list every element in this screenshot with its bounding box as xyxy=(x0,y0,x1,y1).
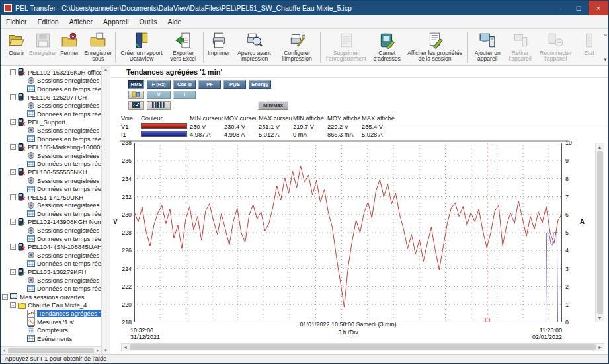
tree-item-realtime[interactable]: Données en temps réel xyxy=(1,160,101,168)
tree-device-PEL105-Marketing-160002NG[interactable]: -×PEL105-Marketing-160002NG xyxy=(1,143,101,151)
tree-item-sessions[interactable]: Sessions enregistrées xyxy=(1,201,101,210)
tree-item-label: Sessions enregistrées xyxy=(37,152,99,159)
toolbar-button-address-book[interactable]: Carnet d'adresses xyxy=(370,30,404,64)
scroll-up-icon[interactable]: ▲ xyxy=(598,145,602,149)
tree-item-realtime[interactable]: Données en temps réel xyxy=(1,85,101,93)
tree-device-PEL51-171759UKH[interactable]: -×PEL51-171759UKH xyxy=(1,193,101,201)
tree-item-realtime[interactable]: Données en temps réel xyxy=(1,284,101,293)
tree-expand-icon[interactable]: - xyxy=(10,244,16,250)
menu-item-aide[interactable]: Aide xyxy=(162,16,186,28)
sidebar-hscrollbar[interactable]: ◄ ► xyxy=(1,346,101,354)
chevron-down-icon[interactable]: ▾ xyxy=(604,56,607,63)
tree-session-item-counter[interactable]: Compteurs xyxy=(1,326,101,334)
sidebar-vscrollbar[interactable]: ▲ ▼ xyxy=(101,66,110,354)
menu-item-fichier[interactable]: Fichier xyxy=(1,16,32,28)
chart-vscrollbar[interactable]: ▲ ▼ xyxy=(595,143,604,322)
tree-expand-icon[interactable]: - xyxy=(10,144,16,150)
measure-button-rms[interactable]: RMS xyxy=(128,80,144,89)
tree-expand-icon[interactable]: - xyxy=(10,269,16,275)
menu-item-appareil[interactable]: Appareil xyxy=(98,16,134,28)
stats-header-row: VoieCouleurMIN curseurMOY curseurMAX cur… xyxy=(120,114,608,122)
toolbar-button-excel-export[interactable]: Exporter vers Excel xyxy=(165,30,201,64)
scroll-up-icon[interactable]: ▲ xyxy=(104,67,108,71)
tree-item-sessions[interactable]: Sessions enregistrées xyxy=(1,276,101,285)
tree-device-PEL102-153216KJH office[interactable]: -×PEL102-153216KJH office xyxy=(1,68,101,77)
chevron-right-icon[interactable]: » xyxy=(604,32,607,38)
tree-device-PEL106-555555NKH[interactable]: -×PEL106-555555NKH xyxy=(1,168,101,176)
tree-device-PEL104- (SN-108845UAH)[interactable]: -×PEL104- (SN-108845UAH) xyxy=(1,242,101,251)
scroll-right-icon[interactable]: ► xyxy=(598,345,602,349)
scroll-left-icon[interactable]: ◄ xyxy=(123,345,128,349)
measure-button-bars-mini[interactable] xyxy=(147,101,171,110)
menu-item-outils[interactable]: Outils xyxy=(134,16,163,28)
measure-button-phase-mini[interactable] xyxy=(128,91,144,99)
measure-button-i[interactable]: I xyxy=(173,91,196,99)
tree-expand-icon[interactable]: - xyxy=(2,294,8,300)
toolbar-button-open-folder[interactable]: Ouvrir xyxy=(3,30,30,64)
measure-button-pqs[interactable]: PQS xyxy=(223,80,246,89)
tree-item-sessions[interactable]: Sessions enregistrées xyxy=(1,126,101,135)
title-bar: PEL Transfer - C:\Users\pannetier\Docume… xyxy=(1,1,608,15)
tree-item-realtime[interactable]: Données en temps réel xyxy=(1,235,101,243)
tree-item-sessions[interactable]: Sessions enregistrées xyxy=(1,151,101,160)
tree-item-realtime[interactable]: Données en temps réel xyxy=(1,135,101,143)
tree-expand-icon[interactable]: - xyxy=(10,119,16,125)
menu-item-afficher[interactable]: Afficher xyxy=(64,16,98,28)
tree-item-sessions[interactable]: Sessions enregistrées xyxy=(1,251,101,260)
toolbar-button-print-config[interactable]: Configurer l'impression xyxy=(276,30,318,64)
maximize-button[interactable]: □ xyxy=(569,1,589,15)
tree-device-PEL_Support[interactable]: -×PEL_Support xyxy=(1,118,101,127)
measure-button-v[interactable]: V xyxy=(147,91,171,99)
scroll-down-icon[interactable]: ▼ xyxy=(104,349,108,353)
tree-device-PEL103-136279KFH[interactable]: -✓PEL103-136279KFH xyxy=(1,268,101,276)
tree-item-sessions[interactable]: Sessions enregistrées xyxy=(1,226,101,235)
tree-item-realtime[interactable]: Données en temps réel xyxy=(1,260,101,268)
tree-session-folder[interactable]: -Chauffe Eau Mixte_4 xyxy=(1,301,101,310)
scroll-left-icon[interactable]: ◄ xyxy=(2,349,6,353)
toolbar-button-add-device[interactable]: Ajouter un appareil xyxy=(470,30,505,64)
tree-session-item-events[interactable]: Événements xyxy=(1,334,101,343)
tree-expand-icon[interactable]: - xyxy=(10,219,16,225)
tree-device-PEL102-143908KGH Normand[interactable]: -✓PEL102-143908KGH Normand xyxy=(1,218,101,227)
tree-item-realtime[interactable]: Données en temps réel xyxy=(1,110,101,118)
toolbar-button-print-preview[interactable]: Aperçu avant impression xyxy=(232,30,276,64)
minimize-button[interactable]: – xyxy=(549,1,569,15)
toolbar-button-close-folder[interactable]: Fermer xyxy=(56,30,83,64)
tree-expand-icon[interactable]: - xyxy=(10,194,16,200)
tree-expand-icon[interactable]: - xyxy=(10,302,16,308)
tree-item-sessions[interactable]: Sessions enregistrées xyxy=(1,101,101,110)
tree-session-item-measure[interactable]: Mesures '1 s' xyxy=(1,318,101,326)
close-button[interactable]: × xyxy=(589,1,608,15)
measure-button-pf[interactable]: PF xyxy=(198,80,221,89)
tree-session-item-trend[interactable]: Tendances agrégées '1 m xyxy=(1,309,101,318)
toolbar-button-session-properties[interactable]: Afficher les propriétés de la session xyxy=(404,30,466,64)
scroll-thumb[interactable] xyxy=(8,348,94,353)
chart-hscrollbar[interactable]: ◄ ► xyxy=(121,343,604,351)
measure-button-style-mini[interactable] xyxy=(128,101,144,110)
tree-item-realtime[interactable]: Données en temps réel xyxy=(1,209,101,218)
measurement-row-3: Min/Max xyxy=(128,100,608,110)
measure-button-f-hz-[interactable]: F (Hz) xyxy=(147,80,171,89)
tree-item-sessions[interactable]: Sessions enregistrées xyxy=(1,176,101,185)
toolbar-overflow[interactable]: »▾ xyxy=(602,30,608,64)
toolbar-button-save-as-folder[interactable]: Enregistrer sous xyxy=(83,30,113,64)
toolbar-button-printer[interactable]: Imprimer xyxy=(206,30,232,64)
tree-expand-icon[interactable]: - xyxy=(10,69,16,75)
menu-item-edition[interactable]: Edition xyxy=(32,16,64,28)
tree-item-realtime[interactable]: Données en temps réel xyxy=(1,184,101,193)
realtime-data-icon xyxy=(27,185,35,193)
measure-button-cos-[interactable]: Cos φ xyxy=(173,80,196,89)
measure-button-energy[interactable]: Energy xyxy=(249,80,271,89)
tree-item-sessions[interactable]: Sessions enregistrées xyxy=(1,77,101,85)
minmax-button[interactable]: Min/Max xyxy=(258,101,288,110)
tree-item-label: Sessions enregistrées xyxy=(37,227,99,234)
scroll-thumb[interactable] xyxy=(130,344,596,350)
tree-open-sessions-root[interactable]: -Mes sessions ouvertes xyxy=(1,293,101,301)
tree-expand-icon[interactable]: - xyxy=(10,169,16,175)
plot-area[interactable] xyxy=(134,143,562,322)
scroll-thumb[interactable] xyxy=(597,151,603,314)
tree-device-PEL106-126207TCH[interactable]: -PEL106-126207TCH xyxy=(1,93,101,102)
toolbar-button-dataview-report[interactable]: Créer un rapport DataView xyxy=(118,30,165,64)
tree-expand-icon[interactable]: - xyxy=(10,94,16,100)
scroll-right-icon[interactable]: ► xyxy=(96,349,100,353)
